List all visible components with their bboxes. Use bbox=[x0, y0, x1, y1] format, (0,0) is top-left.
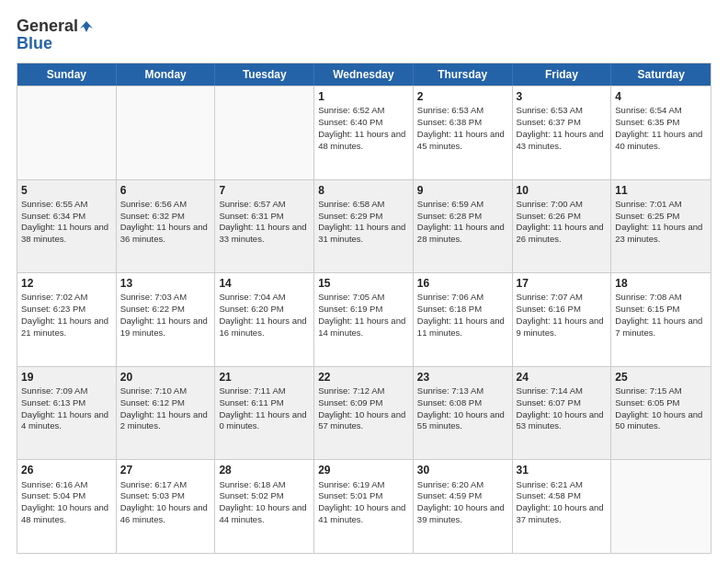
header-day-wednesday: Wednesday bbox=[314, 63, 414, 86]
svg-marker-0 bbox=[80, 21, 93, 32]
day-number: 12 bbox=[21, 276, 112, 291]
day-info-line: Sunrise: 6:16 AM bbox=[21, 479, 112, 491]
day-info-line: Daylight: 11 hours and 40 minutes. bbox=[615, 129, 707, 153]
day-cell-5: 5Sunrise: 6:55 AMSunset: 6:34 PMDaylight… bbox=[17, 180, 117, 273]
day-number: 22 bbox=[318, 370, 409, 385]
day-cell-6: 6Sunrise: 6:56 AMSunset: 6:32 PMDaylight… bbox=[117, 180, 216, 273]
day-info-line: Daylight: 11 hours and 0 minutes. bbox=[219, 409, 310, 433]
day-info-line: Sunrise: 6:59 AM bbox=[417, 199, 508, 211]
day-info-line: Daylight: 11 hours and 33 minutes. bbox=[219, 222, 310, 246]
day-info-line: Sunset: 5:04 PM bbox=[21, 490, 112, 502]
day-number: 7 bbox=[219, 183, 310, 198]
day-info-line: Sunrise: 7:06 AM bbox=[417, 292, 508, 304]
day-info-line: Daylight: 10 hours and 55 minutes. bbox=[417, 409, 508, 433]
day-info-line: Sunrise: 6:52 AM bbox=[318, 105, 409, 117]
day-cell-11: 11Sunrise: 7:01 AMSunset: 6:25 PMDayligh… bbox=[611, 180, 711, 273]
day-info-line: Sunset: 6:15 PM bbox=[615, 304, 707, 316]
day-info-line: Sunrise: 7:00 AM bbox=[517, 199, 608, 211]
day-cell-14: 14Sunrise: 7:04 AMSunset: 6:20 PMDayligh… bbox=[215, 273, 314, 366]
day-number: 24 bbox=[517, 370, 608, 385]
day-cell-28: 28Sunrise: 6:18 AMSunset: 5:02 PMDayligh… bbox=[215, 460, 314, 553]
day-number: 27 bbox=[120, 463, 211, 477]
calendar-row-3: 19Sunrise: 7:09 AMSunset: 6:13 PMDayligh… bbox=[17, 366, 711, 460]
header: General Blue bbox=[17, 17, 711, 53]
day-info-line: Sunset: 6:16 PM bbox=[517, 304, 608, 316]
day-info-line: Sunset: 5:03 PM bbox=[120, 490, 211, 502]
day-cell-30: 30Sunrise: 6:20 AMSunset: 4:59 PMDayligh… bbox=[414, 460, 513, 553]
day-number: 4 bbox=[615, 89, 707, 104]
day-number: 6 bbox=[120, 183, 211, 198]
day-info-line: Sunset: 6:07 PM bbox=[517, 397, 608, 409]
day-number: 15 bbox=[318, 276, 409, 291]
day-info-line: Sunset: 6:05 PM bbox=[615, 397, 707, 409]
day-cell-9: 9Sunrise: 6:59 AMSunset: 6:28 PMDaylight… bbox=[414, 180, 513, 273]
day-info-line: Sunset: 6:29 PM bbox=[318, 211, 409, 223]
day-cell-19: 19Sunrise: 7:09 AMSunset: 6:13 PMDayligh… bbox=[17, 367, 117, 460]
header-day-monday: Monday bbox=[117, 63, 216, 86]
day-info-line: Daylight: 11 hours and 43 minutes. bbox=[517, 129, 608, 153]
day-info-line: Sunrise: 7:13 AM bbox=[417, 385, 508, 397]
calendar: SundayMondayTuesdayWednesdayThursdayFrid… bbox=[17, 63, 711, 554]
day-info-line: Sunset: 6:20 PM bbox=[219, 304, 310, 316]
header-day-saturday: Saturday bbox=[611, 63, 711, 86]
day-info-line: Sunset: 6:22 PM bbox=[120, 304, 211, 316]
day-info-line: Daylight: 11 hours and 28 minutes. bbox=[417, 222, 508, 246]
empty-cell bbox=[215, 86, 314, 179]
day-number: 2 bbox=[417, 89, 508, 104]
day-number: 31 bbox=[517, 463, 608, 477]
day-info-line: Sunset: 6:35 PM bbox=[615, 117, 707, 129]
day-number: 9 bbox=[417, 183, 508, 198]
day-info-line: Sunrise: 7:04 AM bbox=[219, 292, 310, 304]
day-info-line: Sunset: 6:32 PM bbox=[120, 211, 211, 223]
calendar-row-1: 5Sunrise: 6:55 AMSunset: 6:34 PMDaylight… bbox=[17, 179, 711, 273]
day-cell-18: 18Sunrise: 7:08 AMSunset: 6:15 PMDayligh… bbox=[611, 273, 711, 366]
day-info-line: Sunset: 6:13 PM bbox=[21, 397, 112, 409]
day-info-line: Daylight: 11 hours and 9 minutes. bbox=[517, 316, 608, 339]
day-cell-31: 31Sunrise: 6:21 AMSunset: 4:58 PMDayligh… bbox=[513, 460, 612, 553]
day-number: 20 bbox=[120, 370, 211, 385]
day-number: 25 bbox=[615, 370, 707, 385]
day-info-line: Daylight: 10 hours and 48 minutes. bbox=[21, 502, 112, 526]
day-info-line: Sunset: 6:19 PM bbox=[318, 304, 409, 316]
day-number: 11 bbox=[615, 183, 707, 198]
calendar-row-4: 26Sunrise: 6:16 AMSunset: 5:04 PMDayligh… bbox=[17, 459, 711, 553]
day-info-line: Sunset: 6:38 PM bbox=[417, 117, 508, 129]
day-info-line: Sunrise: 7:11 AM bbox=[219, 385, 310, 397]
day-cell-17: 17Sunrise: 7:07 AMSunset: 6:16 PMDayligh… bbox=[513, 273, 612, 366]
header-day-sunday: Sunday bbox=[17, 63, 117, 86]
day-info-line: Daylight: 11 hours and 2 minutes. bbox=[120, 409, 211, 433]
day-info-line: Sunrise: 7:08 AM bbox=[615, 292, 707, 304]
day-info-line: Sunrise: 6:54 AM bbox=[615, 105, 707, 117]
day-info-line: Daylight: 11 hours and 7 minutes. bbox=[615, 316, 707, 339]
day-info-line: Sunrise: 7:14 AM bbox=[517, 385, 608, 397]
day-info-line: Daylight: 11 hours and 36 minutes. bbox=[120, 222, 211, 246]
day-info-line: Daylight: 10 hours and 46 minutes. bbox=[120, 502, 211, 526]
day-info-line: Sunset: 6:34 PM bbox=[21, 211, 112, 223]
calendar-row-0: 1Sunrise: 6:52 AMSunset: 6:40 PMDaylight… bbox=[17, 86, 711, 179]
day-number: 17 bbox=[517, 276, 608, 291]
day-cell-12: 12Sunrise: 7:02 AMSunset: 6:23 PMDayligh… bbox=[17, 273, 117, 366]
day-info-line: Daylight: 11 hours and 21 minutes. bbox=[21, 316, 112, 339]
day-number: 19 bbox=[21, 370, 112, 385]
day-cell-29: 29Sunrise: 6:19 AMSunset: 5:01 PMDayligh… bbox=[314, 460, 414, 553]
day-info-line: Daylight: 10 hours and 44 minutes. bbox=[219, 502, 310, 526]
day-info-line: Daylight: 10 hours and 57 minutes. bbox=[318, 409, 409, 433]
day-number: 13 bbox=[120, 276, 211, 291]
day-info-line: Sunset: 6:09 PM bbox=[318, 397, 409, 409]
day-info-line: Daylight: 11 hours and 14 minutes. bbox=[318, 316, 409, 339]
day-cell-16: 16Sunrise: 7:06 AMSunset: 6:18 PMDayligh… bbox=[414, 273, 513, 366]
day-info-line: Daylight: 10 hours and 41 minutes. bbox=[318, 502, 409, 526]
day-info-line: Sunrise: 6:21 AM bbox=[517, 479, 608, 491]
day-number: 14 bbox=[219, 276, 310, 291]
day-number: 16 bbox=[417, 276, 508, 291]
day-number: 29 bbox=[318, 463, 409, 477]
calendar-row-2: 12Sunrise: 7:02 AMSunset: 6:23 PMDayligh… bbox=[17, 272, 711, 366]
day-cell-23: 23Sunrise: 7:13 AMSunset: 6:08 PMDayligh… bbox=[414, 367, 513, 460]
day-cell-20: 20Sunrise: 7:10 AMSunset: 6:12 PMDayligh… bbox=[117, 367, 216, 460]
day-info-line: Sunrise: 7:12 AM bbox=[318, 385, 409, 397]
header-day-thursday: Thursday bbox=[414, 63, 513, 86]
empty-cell bbox=[117, 86, 216, 179]
day-cell-22: 22Sunrise: 7:12 AMSunset: 6:09 PMDayligh… bbox=[314, 367, 414, 460]
day-cell-1: 1Sunrise: 6:52 AMSunset: 6:40 PMDaylight… bbox=[314, 86, 414, 179]
day-info-line: Sunset: 6:26 PM bbox=[517, 211, 608, 223]
